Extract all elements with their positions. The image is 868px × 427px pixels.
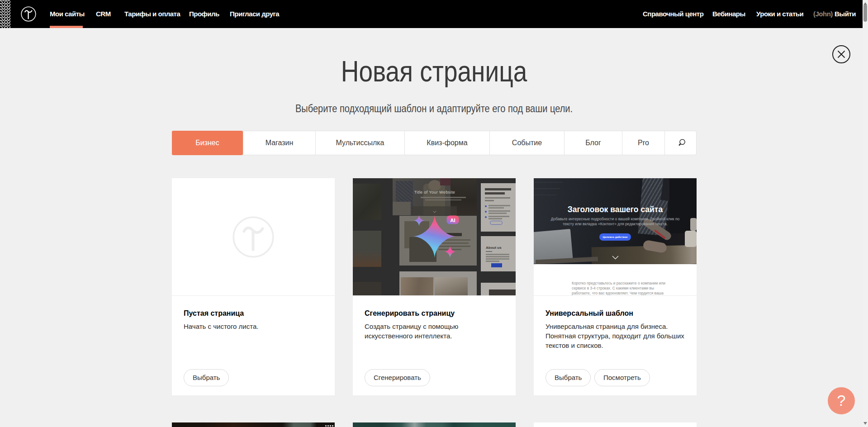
svg-text:AI: AI: [450, 218, 455, 223]
